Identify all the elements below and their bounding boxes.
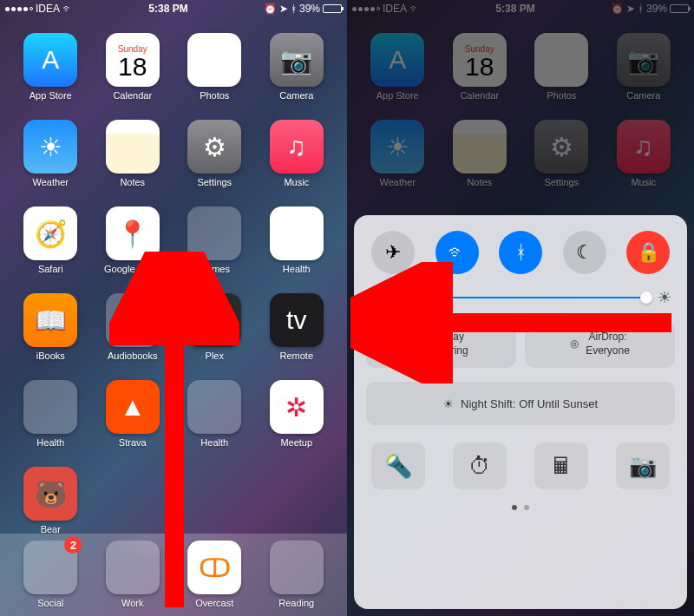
folder-games-icon [187,206,241,260]
app-meetup[interactable]: ✲Meetup [260,380,334,448]
bluetooth-icon: ᚼ [638,3,644,15]
app-ibooks-icon: 📖 [23,293,77,347]
app-remote-label: Remote [279,351,313,361]
app-plex[interactable]: ▸Plex [178,293,252,361]
app-safari-label: Safari [38,264,63,274]
app-calendar[interactable]: Sunday18Calendar [96,33,170,101]
folder-audiobooks[interactable]: Audiobooks [96,293,170,361]
status-bar: IDEA ᯤ 5:38 PM ⏰ ➤ ᚼ 39% [347,0,694,17]
location-icon: ➤ [626,3,635,15]
folder-games[interactable]: Games [178,206,252,274]
app-weather[interactable]: ☀Weather [14,120,88,187]
timer-icon: ⏱ [468,453,491,480]
location-icon: ➤ [279,3,288,15]
app-notes[interactable]: Notes [96,120,170,187]
app-music[interactable]: ♫Music [607,120,681,187]
app-safari-icon: 🧭 [23,206,77,260]
app-calendar-label: Calendar [460,90,499,101]
folder-audiobooks-label: Audiobooks [108,351,158,361]
airdrop-button[interactable]: ◎ AirDrop: Everyone [525,321,675,368]
wifi-toggle[interactable]: ᯤ [435,231,479,274]
calculator-button[interactable]: 🖩 [534,442,588,489]
app-camera[interactable]: 📷Camera [607,33,681,101]
app-music[interactable]: ♫Music [260,120,334,187]
app-camera-label: Camera [626,90,660,101]
camera-button[interactable]: 📷 [616,442,670,489]
app-weather-icon: ☀ [23,120,77,174]
bluetooth-toggle[interactable]: ᚼ [499,231,542,274]
airplane-mode-toggle[interactable]: ✈ [371,231,415,274]
wifi-icon: ᯤ [448,241,467,264]
app-bear-icon: 🐻 [23,467,77,521]
app-ibooks-label: iBooks [36,351,65,361]
folder-health-label: Health [36,437,64,448]
app-music-label: Music [284,177,309,187]
folder-health[interactable]: Health [14,380,88,448]
brightness-slider[interactable]: ☼ ☀ [366,288,675,307]
folder-audiobooks-icon [106,293,160,347]
folder-social-label: Social [37,598,63,608]
folder-health-2[interactable]: Health [178,380,252,448]
app-photos[interactable]: ✿Photos [525,33,599,101]
app-music-icon: ♫ [617,120,671,174]
cc-page-indicator[interactable] [366,505,675,510]
app-calendar-icon: Sunday18 [453,33,507,87]
brightness-high-icon: ☀ [658,288,671,307]
app-remote[interactable]: tvRemote [260,293,334,361]
app-camera[interactable]: 📷Camera [260,33,334,101]
battery-pct: 39% [299,3,320,15]
app-notes-label: Notes [120,177,145,187]
app-photos[interactable]: ✿Photos [178,33,252,101]
app-weather[interactable]: ☀Weather [361,120,435,187]
bluetooth-icon: ᚼ [515,241,527,264]
night-shift-button[interactable]: ☀ Night Shift: Off Until Sunset [366,382,675,425]
folder-reading-label: Reading [278,598,314,608]
app-overcast[interactable]: ↀOvercast [178,541,252,616]
app-calendar[interactable]: Sunday18Calendar [443,33,517,101]
folder-work[interactable]: Work [96,541,170,616]
battery-icon [670,4,689,13]
folder-social[interactable]: 2Social [14,541,88,616]
app-overcast-label: Overcast [195,598,233,608]
app-safari[interactable]: 🧭Safari [14,206,88,274]
home-screen-grid: AApp StoreSunday18Calendar✿Photos📷Camera… [0,17,347,534]
app-music-icon: ♫ [270,120,324,174]
airdrop-icon: ◎ [570,337,579,351]
brightness-track[interactable] [387,297,651,298]
folder-reading[interactable]: Reading [260,541,334,616]
timer-button[interactable]: ⏱ [453,442,507,489]
do-not-disturb-toggle[interactable]: ☾ [563,231,606,274]
app-app-store-icon: A [23,33,77,87]
app-app-store[interactable]: AApp Store [361,33,435,101]
app-music-label: Music [631,177,656,187]
app-google-maps[interactable]: 📍Google Maps [96,206,170,274]
app-weather-label: Weather [380,177,416,187]
brightness-low-icon: ☼ [370,292,380,305]
bluetooth-icon: ᚼ [291,3,297,15]
app-photos-icon: ✿ [187,33,241,87]
app-app-store[interactable]: AApp Store [14,33,88,101]
calendar-weekday: Sunday [465,44,494,54]
app-ibooks[interactable]: 📖iBooks [14,293,88,361]
app-strava[interactable]: ▲Strava [96,380,170,448]
airplay-icon: ⌁ [414,337,420,351]
folder-health-icon [23,380,77,434]
app-settings[interactable]: ⚙Settings [178,120,252,187]
night-shift-label: Night Shift: Off Until Sunset [461,397,598,410]
app-notes[interactable]: Notes [443,120,517,187]
app-app-store-label: App Store [376,90,419,101]
signal-strength-icon [5,7,33,11]
flashlight-button[interactable]: 🔦 [371,442,425,489]
airplay-button[interactable]: ⌁ AirPlay Mirroring [366,321,516,368]
app-settings[interactable]: ⚙Settings [525,120,599,187]
app-health[interactable]: ♥Health [260,206,334,274]
wifi-icon: ᯤ [409,3,420,15]
app-settings-icon: ⚙ [534,120,588,174]
notification-badge: 2 [64,536,82,554]
app-bear[interactable]: 🐻Bear [14,467,88,534]
rotation-lock-toggle[interactable]: 🔒 [626,231,670,274]
app-notes-label: Notes [467,177,492,187]
airplane-icon: ✈ [385,241,401,264]
home-screen-grid-dimmed: AApp StoreSunday18Calendar✿Photos📷Camera… [347,17,694,187]
app-plex-icon: ▸ [187,293,241,347]
